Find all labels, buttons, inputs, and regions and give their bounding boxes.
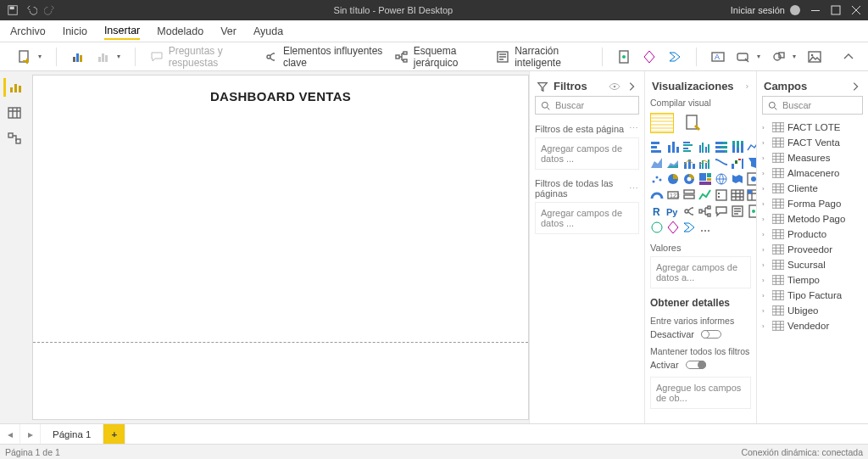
tab-page-1[interactable]: Página 1	[41, 424, 103, 444]
shapes-button[interactable]: ▾	[768, 48, 800, 66]
table-row[interactable]: ›Measures	[762, 150, 863, 165]
line-chart-icon[interactable]	[747, 140, 756, 154]
image-button[interactable]	[804, 48, 826, 66]
new-visual-button[interactable]	[67, 48, 89, 66]
power-apps-vis-icon[interactable]	[666, 221, 680, 234]
stacked-column-icon[interactable]	[666, 140, 680, 154]
buttons-button[interactable]: ▾	[732, 48, 765, 66]
table-row[interactable]: ›Almacenero	[762, 165, 863, 181]
minimize-icon[interactable]	[810, 5, 821, 15]
cross-report-toggle[interactable]	[701, 330, 721, 339]
stacked-bar-100-icon[interactable]	[715, 140, 728, 154]
undo-icon[interactable]	[25, 4, 37, 16]
text-box-button[interactable]: A	[707, 48, 729, 66]
smart-narrative-button[interactable]: Narración inteligente	[492, 42, 592, 71]
table-row[interactable]: ›Proveedor	[762, 242, 863, 257]
waterfall-icon[interactable]	[731, 156, 744, 170]
funnel-icon[interactable]	[747, 156, 756, 170]
slicer-icon[interactable]	[715, 188, 728, 202]
table-row[interactable]: ›Forma Pago	[762, 196, 863, 211]
page-filters-well[interactable]: Agregar campos de datos ...	[535, 137, 639, 170]
menu-modelado[interactable]: Modelado	[157, 24, 203, 39]
power-automate-button[interactable]	[664, 48, 686, 66]
maximize-icon[interactable]	[831, 5, 841, 15]
area-chart-icon[interactable]	[650, 156, 664, 170]
py-visual-icon[interactable]: Py	[666, 204, 680, 218]
clustered-column-icon[interactable]	[698, 140, 712, 154]
multirow-card-icon[interactable]	[682, 188, 696, 202]
report-canvas[interactable]: DASHBOARD VENTAS	[32, 75, 529, 420]
matrix-icon[interactable]	[747, 188, 756, 202]
filters-search-input[interactable]: Buscar	[535, 96, 639, 115]
line-stacked-column-icon[interactable]	[682, 156, 696, 170]
arcgis-icon[interactable]	[650, 221, 664, 234]
ribbon-chart-icon[interactable]	[715, 156, 728, 170]
collapse-icon[interactable]	[849, 81, 861, 92]
kpi-icon[interactable]	[698, 188, 712, 202]
collapse-icon[interactable]	[744, 81, 749, 92]
scatter-icon[interactable]	[650, 172, 664, 186]
line-clustered-column-icon[interactable]	[698, 156, 712, 170]
sign-in-button[interactable]: Iniciar sesión	[731, 5, 800, 15]
tab-next-button[interactable]: ▸	[20, 424, 41, 444]
qa-button[interactable]: Preguntas y respuestas	[146, 42, 257, 71]
clustered-bar-icon[interactable]	[682, 140, 696, 154]
close-icon[interactable]	[851, 5, 861, 15]
table-row[interactable]: ›Metodo Pago	[762, 211, 863, 227]
donut-icon[interactable]	[682, 172, 696, 186]
menu-ayuda[interactable]: Ayuda	[253, 24, 283, 39]
key-influencers-button[interactable]: Elementos influyentes clave	[260, 42, 387, 71]
more-visuals-button[interactable]: ▾	[92, 48, 125, 66]
report-view-button[interactable]	[3, 78, 25, 97]
stacked-column-100-icon[interactable]	[731, 140, 744, 154]
add-page-button[interactable]: +	[103, 424, 125, 444]
azure-map-icon[interactable]	[747, 172, 756, 186]
decomp-tree-button[interactable]: Esquema jerárquico	[391, 42, 488, 71]
gauge-icon[interactable]	[650, 188, 664, 202]
card-icon[interactable]: 123	[666, 188, 680, 202]
paginated-report-button[interactable]	[613, 48, 635, 66]
filled-map-icon[interactable]	[731, 172, 744, 186]
table-row[interactable]: ›Sucursal	[762, 257, 863, 272]
stacked-area-icon[interactable]	[666, 156, 680, 170]
table-icon[interactable]	[731, 188, 744, 202]
collapse-icon[interactable]	[626, 81, 637, 92]
pie-icon[interactable]	[666, 172, 680, 186]
build-visual-button[interactable]	[650, 113, 674, 133]
key-influencers-vis-icon[interactable]	[682, 204, 696, 218]
menu-archivo[interactable]: Archivo	[10, 24, 46, 39]
smart-narrative-vis-icon[interactable]	[731, 204, 744, 218]
power-apps-button[interactable]	[638, 48, 660, 66]
table-row[interactable]: ›Ubigeo	[762, 303, 863, 318]
map-icon[interactable]	[715, 172, 728, 186]
ribbon-collapse-button[interactable]	[837, 48, 860, 66]
paginated-vis-icon[interactable]	[747, 204, 756, 218]
menu-ver[interactable]: Ver	[220, 24, 236, 39]
table-row[interactable]: ›Tipo Factura	[762, 288, 863, 303]
table-row[interactable]: ›Cliente	[762, 181, 863, 196]
table-row[interactable]: ›Producto	[762, 227, 863, 242]
keep-filters-toggle[interactable]	[686, 361, 706, 369]
r-visual-icon[interactable]: R	[650, 204, 664, 218]
model-view-button[interactable]	[3, 129, 25, 148]
table-row[interactable]: ›Tiempo	[762, 272, 863, 288]
table-row[interactable]: ›Vendedor	[762, 318, 863, 333]
redo-icon[interactable]	[44, 4, 56, 16]
format-page-button[interactable]	[682, 113, 703, 133]
eye-icon[interactable]	[609, 81, 620, 92]
more-icon[interactable]: ⋯	[629, 183, 639, 194]
stacked-bar-icon[interactable]	[650, 140, 664, 154]
more-icon[interactable]: ⋯	[629, 123, 639, 134]
menu-insertar[interactable]: Insertar	[104, 23, 140, 40]
tab-prev-button[interactable]: ◂	[0, 424, 20, 444]
allpages-filters-well[interactable]: Agregar campos de datos ...	[535, 202, 639, 234]
table-row[interactable]: ›FACT LOTE	[762, 120, 863, 135]
get-more-visuals-icon[interactable]	[698, 221, 712, 234]
menu-inicio[interactable]: Inicio	[63, 24, 87, 39]
table-row[interactable]: ›FACT Venta	[762, 135, 863, 150]
qa-vis-icon[interactable]	[715, 204, 728, 218]
values-well[interactable]: Agregar campos de datos a...	[650, 256, 751, 288]
treemap-icon[interactable]	[698, 172, 712, 186]
drill-fields-well[interactable]: Agregue los campos de ob...	[650, 377, 751, 409]
decomp-tree-vis-icon[interactable]	[698, 204, 712, 218]
